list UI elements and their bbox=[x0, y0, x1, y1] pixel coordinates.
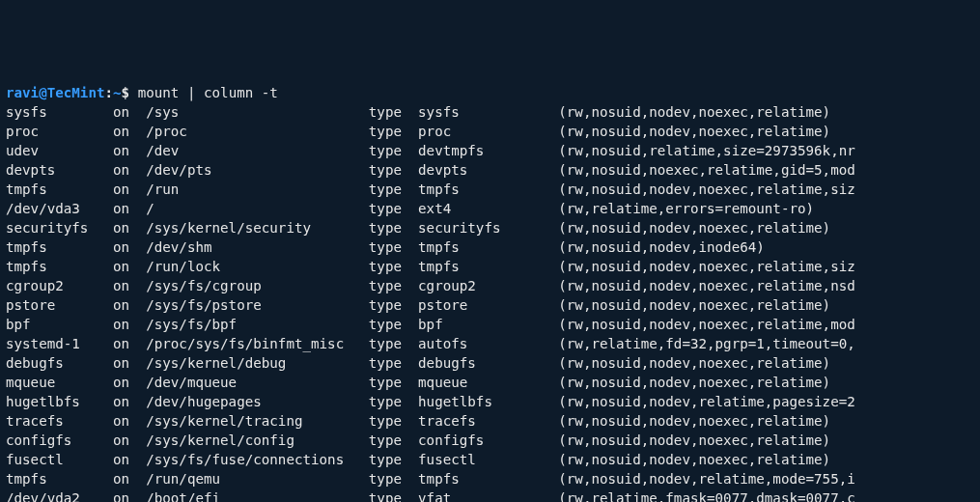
mount-row: sysfs on /sys type sysfs (rw,nosuid,node… bbox=[6, 102, 980, 122]
prompt-sep: : bbox=[105, 85, 114, 100]
prompt-user: ravi@TecMint bbox=[6, 85, 105, 100]
terminal-output: ravi@TecMint:~$ mount | column -tsysfs o… bbox=[6, 83, 980, 502]
mount-row: pstore on /sys/fs/pstore type pstore (rw… bbox=[6, 295, 980, 315]
mount-row: bpf on /sys/fs/bpf type bpf (rw,nosuid,n… bbox=[6, 315, 980, 334]
mount-row: fusectl on /sys/fs/fuse/connections type… bbox=[6, 450, 980, 469]
mount-row: /dev/vda3 on / type ext4 (rw,relatime,er… bbox=[6, 199, 980, 218]
mount-row: /dev/vda2 on /boot/efi type vfat (rw,rel… bbox=[6, 488, 980, 502]
mount-row: tmpfs on /dev/shm type tmpfs (rw,nosuid,… bbox=[6, 237, 980, 257]
mount-row: proc on /proc type proc (rw,nosuid,nodev… bbox=[6, 122, 980, 141]
mount-row: systemd-1 on /proc/sys/fs/binfmt_misc ty… bbox=[6, 334, 980, 353]
mount-row: devpts on /dev/pts type devpts (rw,nosui… bbox=[6, 160, 980, 180]
prompt-dollar: $ bbox=[122, 85, 130, 100]
mount-row: configfs on /sys/kernel/config type conf… bbox=[6, 431, 980, 450]
mount-row: tmpfs on /run type tmpfs (rw,nosuid,node… bbox=[6, 180, 980, 199]
mount-row: tracefs on /sys/kernel/tracing type trac… bbox=[6, 411, 980, 431]
mount-row: tmpfs on /run/lock type tmpfs (rw,nosuid… bbox=[6, 257, 980, 276]
mount-row: securityfs on /sys/kernel/security type … bbox=[6, 218, 980, 237]
mount-row: mqueue on /dev/mqueue type mqueue (rw,no… bbox=[6, 373, 980, 392]
mount-row: debugfs on /sys/kernel/debug type debugf… bbox=[6, 353, 980, 373]
mount-row: hugetlbfs on /dev/hugepages type hugetlb… bbox=[6, 392, 980, 411]
entered-command: mount | column -t bbox=[129, 85, 278, 100]
mount-row: cgroup2 on /sys/fs/cgroup type cgroup2 (… bbox=[6, 276, 980, 295]
mount-row: tmpfs on /run/qemu type tmpfs (rw,nosuid… bbox=[6, 469, 980, 488]
mount-row: udev on /dev type devtmpfs (rw,nosuid,re… bbox=[6, 141, 980, 160]
prompt-path: ~ bbox=[113, 85, 122, 100]
prompt-line: ravi@TecMint:~$ mount | column -t bbox=[6, 83, 980, 102]
